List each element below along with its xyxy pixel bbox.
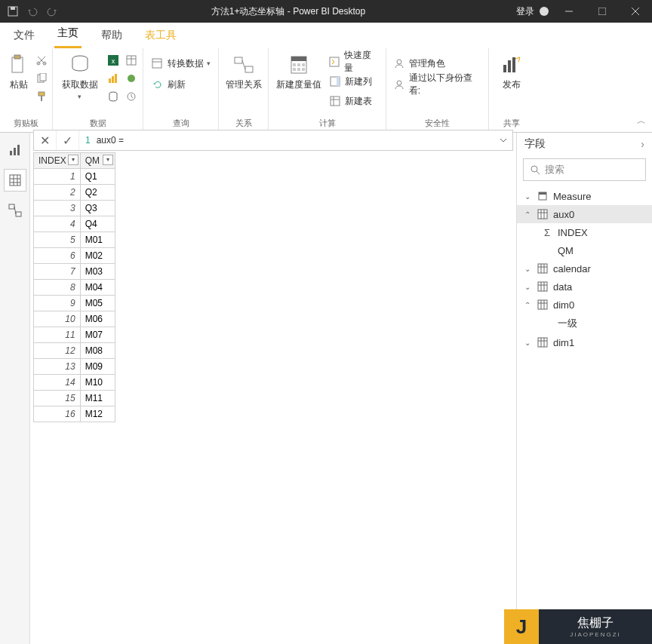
tab-help[interactable]: 帮助 xyxy=(98,24,125,48)
cell-qm: Q4 xyxy=(80,216,115,232)
table-row[interactable]: 3Q3 xyxy=(34,201,115,216)
svg-rect-39 xyxy=(302,68,305,71)
newtable-button[interactable]: 新建表 xyxy=(328,94,380,109)
formula-expand-icon[interactable] xyxy=(494,136,512,144)
svg-rect-37 xyxy=(293,68,296,71)
chevron-icon[interactable]: ⌄ xyxy=(523,265,532,273)
cell-index: 3 xyxy=(34,201,81,216)
field-table[interactable]: ⌄data xyxy=(517,278,652,296)
cell-qm: M05 xyxy=(80,296,115,311)
cell-qm: M08 xyxy=(80,343,115,359)
table-row[interactable]: 9M05 xyxy=(34,296,115,311)
table-row[interactable]: 15M11 xyxy=(34,391,115,406)
svg-point-62 xyxy=(531,166,537,172)
report-view-icon[interactable] xyxy=(4,139,26,161)
model-view-icon[interactable] xyxy=(4,199,26,222)
minimize-button[interactable] xyxy=(552,0,586,23)
dataverse-icon[interactable] xyxy=(125,71,138,86)
field-leaf[interactable]: 一级 xyxy=(517,314,652,333)
quickmeasure-button[interactable]: 快速度量 xyxy=(328,54,380,69)
paste-button[interactable]: 粘贴 xyxy=(6,53,32,91)
table-row[interactable]: 8M04 xyxy=(34,280,115,296)
cell-qm: M11 xyxy=(80,391,115,406)
field-table[interactable]: ⌃dim0 xyxy=(517,296,652,314)
manage-relations-button[interactable]: 管理关系 xyxy=(222,53,266,91)
tab-file[interactable]: 文件 xyxy=(11,24,38,48)
undo-icon[interactable] xyxy=(24,3,41,20)
table-row[interactable]: 14M10 xyxy=(34,375,115,391)
cell-index: 16 xyxy=(34,406,81,422)
fields-search[interactable]: 搜索 xyxy=(523,158,646,181)
getdata-button[interactable]: 获取数据 ▾ xyxy=(58,53,102,100)
col-header-index[interactable]: INDEX▾ xyxy=(34,153,81,169)
collapse-pane-icon[interactable]: › xyxy=(641,138,644,150)
recent-source-icon[interactable] xyxy=(125,89,138,104)
data-view-icon[interactable] xyxy=(4,169,26,192)
table-row[interactable]: 4Q4 xyxy=(34,216,115,232)
chevron-icon[interactable]: ⌃ xyxy=(523,301,532,309)
cell-index: 1 xyxy=(34,169,81,185)
tab-tabletools[interactable]: 表工具 xyxy=(142,24,180,48)
fields-tree: ⌄Measure⌃aux0ΣINDEXQM⌄calendar⌄data⌃dim0… xyxy=(517,184,652,354)
svg-rect-52 xyxy=(14,148,16,155)
table-row[interactable]: 2Q2 xyxy=(34,185,115,201)
newcolumn-button[interactable]: 新建列 xyxy=(328,74,380,89)
publish-button[interactable]: 发布 xyxy=(494,53,529,91)
svg-rect-51 xyxy=(10,151,12,155)
copy-icon[interactable] xyxy=(36,71,47,86)
svg-text:x: x xyxy=(111,57,115,65)
chevron-icon[interactable]: ⌄ xyxy=(523,339,532,347)
field-table[interactable]: ⌄calendar xyxy=(517,259,652,278)
account-button[interactable]: 登录 xyxy=(516,5,552,18)
tab-home[interactable]: 主页 xyxy=(54,22,82,48)
svg-rect-30 xyxy=(245,66,253,72)
field-table[interactable]: ⌄Measure xyxy=(517,187,652,205)
transform-button[interactable]: 转换数据▾ xyxy=(151,56,211,71)
table-row[interactable]: 10M06 xyxy=(34,311,115,327)
chevron-icon[interactable]: ⌄ xyxy=(523,192,532,201)
table-row[interactable]: 13M09 xyxy=(34,359,115,375)
field-table[interactable]: ⌄dim1 xyxy=(517,333,652,351)
chevron-icon[interactable]: ⌄ xyxy=(523,283,532,291)
refresh-button[interactable]: 刷新 xyxy=(151,77,211,92)
field-table[interactable]: ⌃aux0 xyxy=(517,205,652,223)
cell-qm: Q3 xyxy=(80,201,115,216)
chevron-icon[interactable]: ⌃ xyxy=(523,210,532,219)
manageroles-button[interactable]: 管理角色 xyxy=(392,56,482,71)
table-row[interactable]: 6M02 xyxy=(34,248,115,264)
collapse-ribbon-icon[interactable]: ︿ xyxy=(637,115,646,127)
formatpainter-icon[interactable] xyxy=(36,89,47,104)
sql-source-icon[interactable] xyxy=(106,89,120,104)
group-clipboard: 粘贴 剪贴板 xyxy=(0,48,53,132)
cut-icon[interactable] xyxy=(36,53,47,68)
table-row[interactable]: 12M08 xyxy=(34,343,115,359)
field-leaf[interactable]: ΣINDEX xyxy=(517,223,652,241)
table-row[interactable]: 1Q1 xyxy=(34,169,115,185)
viewas-button[interactable]: 通过以下身份查看: xyxy=(392,77,482,92)
svg-point-47 xyxy=(397,81,401,85)
table-row[interactable]: 16M12 xyxy=(34,406,115,422)
pbi-source-icon[interactable] xyxy=(106,71,120,86)
formula-input[interactable]: 1 aux0 = xyxy=(79,135,494,146)
excel-source-icon[interactable]: x xyxy=(106,53,120,68)
svg-rect-1 xyxy=(11,7,15,10)
table-row[interactable]: 5M01 xyxy=(34,232,115,248)
col-header-qm[interactable]: QM▾ xyxy=(80,153,115,169)
fields-title: 字段 xyxy=(524,137,546,151)
redo-icon[interactable] xyxy=(44,3,60,20)
cell-qm: M12 xyxy=(80,406,115,422)
field-leaf[interactable]: QM xyxy=(517,241,652,259)
enterdata-icon[interactable] xyxy=(125,53,138,68)
filter-dropdown-icon[interactable]: ▾ xyxy=(68,155,78,165)
newmeasure-button[interactable]: 新建度量值 xyxy=(275,53,324,91)
maximize-button[interactable] xyxy=(586,0,619,23)
filter-dropdown-icon[interactable]: ▾ xyxy=(103,155,113,165)
group-share: 发布 共享 xyxy=(489,48,534,132)
close-button[interactable] xyxy=(619,0,652,23)
save-icon[interactable] xyxy=(5,3,21,20)
table-row[interactable]: 7M03 xyxy=(34,264,115,280)
formula-commit-icon[interactable]: ✓ xyxy=(57,130,79,150)
table-row[interactable]: 11M07 xyxy=(34,327,115,343)
formula-cancel-icon[interactable]: ✕ xyxy=(34,130,57,150)
cell-qm: M06 xyxy=(80,311,115,327)
